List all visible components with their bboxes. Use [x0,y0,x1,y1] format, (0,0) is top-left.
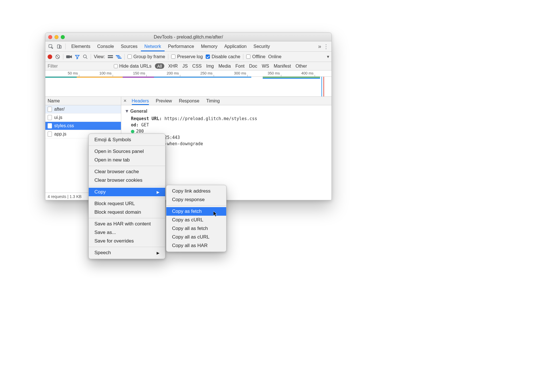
type-filter-other[interactable]: Other [296,64,307,68]
type-filter-manifest[interactable]: Manifest [274,64,291,68]
request-row[interactable]: styles.css [45,122,121,130]
throttling-dropdown-icon[interactable]: ▾ [327,54,329,59]
document-icon [48,107,52,112]
menu-item[interactable]: Copy as cURL [166,216,226,224]
offline-checkbox[interactable]: Offline [246,54,265,59]
request-row[interactable]: after/ [45,105,121,114]
inspect-icon[interactable] [47,43,54,50]
menu-item[interactable]: Speech▶ [89,248,165,257]
menu-item[interactable]: Block request domain [89,208,165,217]
type-filter-ws[interactable]: WS [262,64,269,68]
request-url-row: Request URL: https://preload.glitch.me/s… [131,116,328,121]
throttling-online-label[interactable]: Online [268,54,281,59]
request-list-header[interactable]: Name [45,97,121,105]
type-filter-img[interactable]: Img [206,64,214,68]
type-filter-js[interactable]: JS [182,64,188,68]
large-rows-icon[interactable] [108,55,113,59]
details-tab-timing[interactable]: Timing [206,97,220,105]
type-all-pill[interactable]: All [155,63,164,69]
panel-tab-performance[interactable]: Performance [165,41,198,51]
svg-rect-8 [108,57,113,58]
timeline-overview[interactable] [45,77,331,97]
status-dot-icon [131,130,134,133]
preserve-log-checkbox[interactable]: Preserve log [171,54,203,59]
hide-data-urls-checkbox[interactable]: Hide data URLs [114,64,151,69]
menu-item[interactable]: Block request URL [89,199,165,208]
type-filter-xhr[interactable]: XHR [168,64,178,68]
request-name: after/ [54,107,64,112]
menu-item[interactable]: Copy all as HAR [166,241,226,250]
close-details-icon[interactable]: × [124,98,127,104]
ruler-tick: 50 ms [68,71,79,75]
menu-item[interactable]: Copy response [166,195,226,204]
timeline-ruler[interactable]: 50 ms100 ms150 ms200 ms250 ms300 ms350 m… [45,70,331,77]
panel-tab-application[interactable]: Application [221,41,250,51]
request-name: styles.css [54,123,74,128]
menu-item[interactable]: Copy all as cURL [166,233,226,241]
menu-item[interactable]: Copy link address [166,187,226,195]
panel-tabbar: ElementsConsoleSourcesNetworkPerformance… [45,41,331,52]
submenu-arrow-icon: ▶ [157,251,159,255]
devtools-window: DevTools - preload.glitch.me/after/ Elem… [45,33,332,200]
ruler-tick: 300 ms [234,71,247,75]
ruler-tick: 350 ms [268,71,281,75]
filter-icon[interactable] [75,54,80,59]
svg-rect-9 [116,55,120,56]
details-tab-headers[interactable]: Headers [132,97,149,105]
window-title: DevTools - preload.glitch.me/after/ [45,35,331,40]
camera-icon[interactable] [66,55,72,59]
search-icon[interactable] [83,54,88,59]
type-filter-css[interactable]: CSS [192,64,202,68]
ruler-tick: 400 ms [301,71,315,75]
menu-item[interactable]: Clear browser cookies [89,176,165,185]
menu-item[interactable]: Copy all as fetch [166,224,226,233]
details-tabbar: × HeadersPreviewResponseTiming [121,97,331,105]
device-toggle-icon[interactable] [56,43,63,50]
menu-item[interactable]: Open in new tab [89,156,165,164]
filter-input[interactable] [45,64,114,69]
request-name: ui.js [54,115,62,120]
disable-cache-checkbox[interactable]: Disable cache [206,54,240,59]
menu-item[interactable]: Open in Sources panel [89,147,165,156]
general-section-header[interactable]: ▼General [125,109,328,114]
panel-tab-memory[interactable]: Memory [197,41,221,51]
details-tab-response[interactable]: Response [179,97,199,105]
document-icon [48,123,52,128]
menu-item[interactable]: Clear browser cache [89,167,165,176]
svg-rect-1 [57,45,60,48]
menu-item[interactable]: Copy▶ [89,188,165,196]
waterfall-toggle-icon[interactable] [116,55,122,59]
svg-marker-5 [70,55,72,58]
clear-icon[interactable] [55,54,60,59]
separator [65,44,66,49]
request-method-row: od: GET [131,122,328,128]
menu-item[interactable]: Save as HAR with content [89,220,165,228]
menu-item[interactable]: Save for overrides [89,237,165,245]
menu-item[interactable]: Save as... [89,228,165,237]
svg-rect-11 [118,58,122,58]
document-icon [48,132,52,137]
status-code-row: 200 [131,129,328,134]
ruler-tick: 100 ms [99,71,113,75]
svg-point-6 [83,55,86,58]
panel-tab-console[interactable]: Console [94,41,118,51]
request-name: app.js [54,132,66,137]
type-filter-media[interactable]: Media [219,64,231,68]
panel-tab-network[interactable]: Network [141,41,165,51]
copy-submenu: Copy link addressCopy responseCopy as fe… [166,185,226,252]
type-filter-font[interactable]: Font [235,64,244,68]
overflow-icon[interactable]: » [318,43,321,50]
panel-tab-elements[interactable]: Elements [68,41,94,51]
record-icon[interactable] [48,54,52,59]
group-by-frame-checkbox[interactable]: Group by frame [128,54,165,59]
request-row[interactable]: ui.js [45,114,121,122]
menu-item[interactable]: Emoji & Symbols [89,136,165,144]
context-menu: Emoji & SymbolsOpen in Sources panelOpen… [88,134,165,259]
details-tab-preview[interactable]: Preview [156,97,172,105]
view-label: View: [94,54,105,59]
type-filter-doc[interactable]: Doc [249,64,257,68]
panel-tab-sources[interactable]: Sources [117,41,141,51]
submenu-arrow-icon: ▶ [157,190,159,194]
kebab-menu-icon[interactable]: ⋮ [322,43,330,50]
panel-tab-security[interactable]: Security [250,41,273,51]
